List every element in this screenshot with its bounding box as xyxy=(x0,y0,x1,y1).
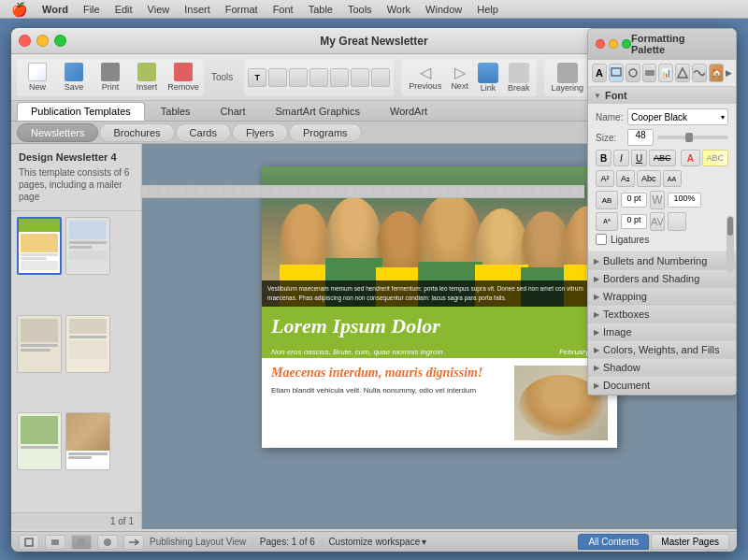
template-thumb-6[interactable] xyxy=(65,412,110,470)
font-menu[interactable]: Font xyxy=(267,2,299,17)
template-thumbnails xyxy=(11,211,141,512)
colors-label: Colors, Weights, and Fills xyxy=(603,344,720,355)
template-thumb-5[interactable] xyxy=(17,412,62,470)
chart-tab[interactable]: Chart xyxy=(207,102,260,121)
close-button[interactable] xyxy=(19,35,31,47)
print-button[interactable]: Print xyxy=(94,61,127,94)
kerning-icon[interactable]: W xyxy=(650,191,665,209)
tables-tab[interactable]: Tables xyxy=(147,102,205,121)
tracking-input[interactable]: 0 pt xyxy=(621,193,647,208)
apple-menu[interactable]: 🍎 xyxy=(6,0,33,19)
break-button[interactable]: Break xyxy=(504,61,534,94)
text-tool-t[interactable]: T xyxy=(248,68,266,87)
new-button[interactable]: New xyxy=(21,61,54,94)
cards-cat[interactable]: Cards xyxy=(176,123,231,142)
view-menu[interactable]: View xyxy=(142,2,176,17)
brochures-cat[interactable]: Brochures xyxy=(99,123,174,142)
next-button[interactable]: ▷ Next xyxy=(447,62,472,93)
link-button[interactable]: Link xyxy=(474,61,502,94)
minimize-button[interactable] xyxy=(36,35,49,47)
smartart-tab[interactable]: SmartArt Graphics xyxy=(262,102,374,121)
textboxes-header[interactable]: ▶ Textboxes xyxy=(588,306,736,323)
italic-button[interactable]: I xyxy=(613,150,629,166)
extra-btn[interactable] xyxy=(668,212,686,231)
line-tool[interactable] xyxy=(309,68,328,87)
palette-scrollbar[interactable] xyxy=(726,216,734,272)
work-menu[interactable]: Work xyxy=(381,2,416,17)
zoom-tool[interactable] xyxy=(371,68,390,87)
subscript-button[interactable]: A₂ xyxy=(616,170,635,187)
strikethrough-button[interactable]: ABC xyxy=(649,150,676,166)
master-pages-tab[interactable]: Master Pages xyxy=(651,534,729,550)
template-thumb-3[interactable] xyxy=(17,315,62,373)
underline-button[interactable]: U xyxy=(631,150,647,166)
tracking-icon: AB xyxy=(596,191,618,209)
customize-workspace-button[interactable]: Customize workspace ▾ xyxy=(328,537,426,547)
baseline-input[interactable]: 0 pt xyxy=(621,214,647,229)
flyers-cat[interactable]: Flyers xyxy=(232,123,288,142)
ligatures-checkbox[interactable] xyxy=(596,234,607,245)
view-btn-2[interactable] xyxy=(45,535,65,550)
font-color-button[interactable]: A xyxy=(681,150,699,166)
word-menu[interactable]: Word xyxy=(36,2,74,17)
superscript-button[interactable]: A² xyxy=(596,170,614,187)
file-menu[interactable]: File xyxy=(78,2,106,17)
sub-super-row: A² A₂ Abc AA xyxy=(596,170,728,187)
template-thumb-4[interactable] xyxy=(65,315,110,373)
bullets-header[interactable]: ▶ Bullets and Numbering xyxy=(588,252,736,269)
font-section-content: Name: Cooper Black ▾ Size: 48 xyxy=(588,144,736,251)
arrow-tool[interactable] xyxy=(330,68,349,87)
cursor-tool[interactable] xyxy=(351,68,369,87)
window-menu[interactable]: Window xyxy=(420,2,468,17)
borders-header[interactable]: ▶ Borders and Shading xyxy=(588,270,736,287)
bold-button[interactable]: B xyxy=(596,150,611,166)
insert-menu[interactable]: Insert xyxy=(179,2,216,17)
remove-button[interactable]: Remove xyxy=(166,61,200,94)
ruler xyxy=(142,185,584,198)
table-menu[interactable]: Table xyxy=(303,2,338,17)
view-btn-3[interactable] xyxy=(71,535,92,550)
font-size-input[interactable]: 48 xyxy=(627,144,654,146)
help-menu[interactable]: Help xyxy=(471,2,504,17)
palette-scroll-thumb[interactable] xyxy=(727,217,733,236)
save-button[interactable]: Save xyxy=(57,61,91,94)
textboxes-arrow: ▶ xyxy=(594,310,599,319)
shadow-label: Shadow xyxy=(603,362,640,373)
view-btn-4[interactable] xyxy=(97,535,118,550)
newsletters-cat[interactable]: Newsletters xyxy=(17,123,98,142)
pub-templates-tab[interactable]: Publication Templates xyxy=(17,102,145,121)
caps-button[interactable]: Abc xyxy=(637,170,661,187)
tools-menu[interactable]: Tools xyxy=(342,2,378,17)
small-caps-button[interactable]: AA xyxy=(663,170,682,187)
shape-tool[interactable] xyxy=(289,68,308,87)
scale-input[interactable]: 100% xyxy=(668,193,701,208)
maximize-button[interactable] xyxy=(54,35,66,47)
previous-button[interactable]: ◁ Previous xyxy=(405,62,445,93)
highlight-button[interactable]: ABC xyxy=(702,150,729,166)
font-section: ▼ Font Name: Cooper Black ▾ xyxy=(588,144,736,252)
textboxes-label: Textboxes xyxy=(603,309,650,320)
window-title: My Great Newsletter xyxy=(320,35,427,48)
template-thumb-1[interactable] xyxy=(17,217,62,275)
image-header[interactable]: ▶ Image xyxy=(588,323,736,340)
view-btn-5[interactable] xyxy=(123,535,144,550)
image-arrow: ▶ xyxy=(594,328,599,337)
borders-label: Borders and Shading xyxy=(603,273,699,284)
all-contents-tab[interactable]: All Contents xyxy=(578,534,649,550)
wrapping-header[interactable]: ▶ Wrapping xyxy=(588,288,736,305)
programs-cat[interactable]: Programs xyxy=(289,123,362,142)
document-header[interactable]: ▶ Document xyxy=(588,377,736,394)
format-menu[interactable]: Format xyxy=(220,2,264,17)
insert-button[interactable]: Insert xyxy=(130,61,164,94)
pages-indicator: Pages: 1 of 6 xyxy=(260,537,315,547)
template-thumb-2[interactable] xyxy=(65,217,110,275)
colors-header[interactable]: ▶ Colors, Weights, and Fills xyxy=(588,341,736,358)
wordart-tab[interactable]: WordArt xyxy=(376,102,441,121)
edit-menu[interactable]: Edit xyxy=(109,2,138,17)
shadow-header[interactable]: ▶ Shadow xyxy=(588,359,736,376)
view-btn-1[interactable] xyxy=(19,535,39,550)
image-tool[interactable] xyxy=(268,68,287,87)
av-icon[interactable]: AV xyxy=(650,212,665,231)
layering-button[interactable]: Layering xyxy=(548,61,586,94)
article-body: Etiam blandit vehicula velit. Nulla nonu… xyxy=(271,385,507,395)
